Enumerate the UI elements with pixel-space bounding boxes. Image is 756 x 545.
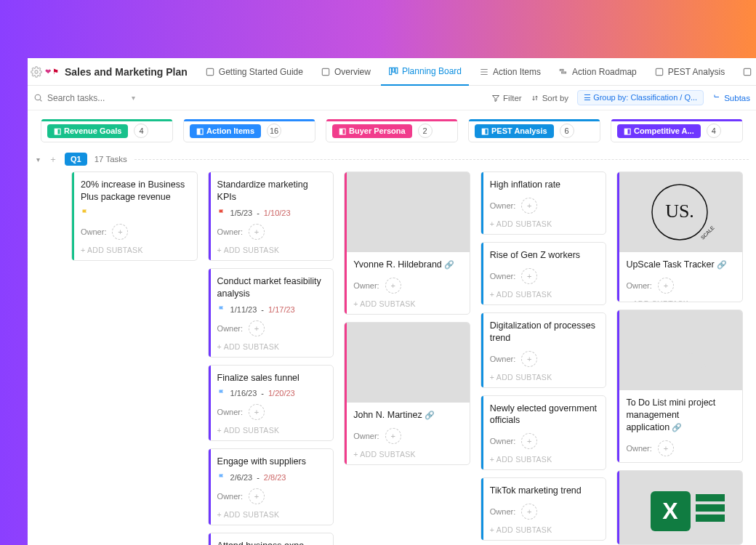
owner-avatar-slot[interactable]: + — [521, 504, 537, 520]
add-subtask-button[interactable]: + ADD SUBTASK — [490, 290, 599, 299]
task-card[interactable]: T OD O To Do List mini project managemen… — [616, 310, 743, 463]
chevron-down-icon[interactable]: ▾ — [132, 94, 135, 102]
owner-avatar-slot[interactable]: + — [521, 351, 537, 367]
add-subtask-button[interactable]: + ADD SUBTASK — [353, 450, 462, 459]
svg-text:SCALE: SCALE — [700, 225, 715, 240]
add-subtask-button[interactable]: + ADD SUBTASK — [626, 299, 735, 302]
owner-label: Owner: — [626, 281, 651, 290]
svg-rect-20 — [696, 504, 725, 512]
svg-rect-7 — [562, 72, 566, 73]
category-pest-analysis[interactable]: ◧PEST Analysis 6 — [468, 119, 600, 142]
tag-icon: ◧ — [339, 126, 346, 136]
task-cover-image — [345, 172, 470, 252]
add-subtask-button[interactable]: + ADD SUBTASK — [217, 510, 326, 519]
task-title: UpScale Task Tracker — [626, 259, 714, 270]
task-card[interactable]: TikTok marketing trend Owner:+ + ADD SUB… — [480, 477, 607, 541]
subtasks-button[interactable]: Subtas — [712, 94, 750, 102]
layers-icon: ☰ — [584, 93, 593, 102]
category-action-items[interactable]: ◧Action Items 16 — [183, 119, 315, 142]
task-date-end: 2/8/23 — [264, 473, 286, 482]
add-subtask-button[interactable]: + ADD SUBTASK — [490, 455, 599, 464]
tab-action-items[interactable]: Action Items — [472, 58, 548, 86]
category-label: Buyer Persona — [349, 126, 406, 135]
owner-avatar-slot[interactable]: + — [521, 268, 537, 284]
task-card[interactable]: X — [616, 470, 743, 545]
search-input[interactable] — [47, 93, 127, 103]
task-date-start: 1/16/23 — [230, 389, 257, 397]
group-chip[interactable]: Q1 — [65, 153, 87, 166]
owner-avatar-slot[interactable]: + — [249, 320, 265, 336]
link-icon: 🔗 — [672, 423, 682, 432]
search-control[interactable]: ▾ — [33, 93, 135, 103]
collapse-caret-icon[interactable]: ▾ — [35, 156, 41, 164]
svg-text:D O: D O — [688, 361, 709, 370]
add-subtask-button[interactable]: + ADD SUBTASK — [217, 342, 326, 351]
add-subtask-button[interactable]: + ADD SUBTASK — [490, 373, 599, 382]
task-card[interactable]: Rise of Gen Z workers Owner:+ + ADD SUBT… — [480, 242, 607, 305]
owner-avatar-slot[interactable]: + — [385, 278, 401, 294]
subtask-icon — [712, 94, 721, 102]
owner-avatar-slot[interactable]: + — [658, 440, 674, 456]
sort-button[interactable]: Sort by — [531, 94, 568, 102]
flag-icon: ⚑ — [52, 68, 59, 76]
heart-icon: ❤︎ — [45, 68, 51, 76]
priority-flag-icon — [217, 473, 226, 482]
owner-avatar-slot[interactable]: + — [521, 433, 537, 449]
add-subtask-button[interactable]: + ADD SUBTASK — [490, 525, 599, 534]
space-title: Sales and Marketing Plan — [65, 66, 188, 78]
tab-pest-analysis[interactable]: PEST Analysis — [647, 58, 732, 86]
category-buyer-persona[interactable]: ◧Buyer Persona 2 — [326, 119, 458, 142]
add-subtask-button[interactable]: + ADD SUBTASK — [490, 219, 599, 228]
svg-rect-8 — [656, 68, 662, 75]
filter-button[interactable]: Filter — [491, 94, 522, 102]
tab-getting-started[interactable]: Getting Started Guide — [198, 58, 310, 86]
column-revenue-goals: 20% increase in Business Plus package re… — [71, 171, 198, 545]
tab-overview[interactable]: Overview — [313, 58, 378, 86]
category-competitive-analysis[interactable]: ◧Competitive A... 4 — [611, 119, 743, 142]
category-revenue-goals[interactable]: ◧Revenue Goals 4 — [41, 119, 173, 142]
subtasks-label: Subtas — [724, 94, 750, 102]
svg-rect-19 — [696, 494, 725, 501]
owner-avatar-slot[interactable]: + — [521, 198, 537, 214]
task-card[interactable]: US.SCALE UpScale Task Tracker🔗 Owner:+ +… — [616, 171, 743, 302]
task-card[interactable]: Digitalization of processes trend Owner:… — [480, 312, 607, 388]
task-card[interactable]: Newly elected government officials Owner… — [480, 395, 607, 471]
tab-competitive-analysis[interactable]: Competitive Analysis — [735, 58, 756, 86]
task-card[interactable]: Engage with suppliers 2/6/23 - 2/8/23 Ow… — [208, 448, 334, 525]
task-cover-image: T OD O — [617, 310, 742, 390]
owner-avatar-slot[interactable]: + — [249, 404, 265, 420]
groupby-button[interactable]: ☰ Group by: Classification / Q... — [577, 90, 704, 105]
tab-planning-board[interactable]: Planning Board — [381, 58, 469, 86]
task-card[interactable]: John N. Martinez🔗 Owner:+ + ADD SUBTASK — [344, 322, 470, 465]
task-card[interactable]: Yvonne R. Hildebrand🔗 Owner:+ + ADD SUBT… — [344, 171, 470, 315]
owner-avatar-slot[interactable]: + — [249, 224, 265, 240]
add-subtask-button[interactable]: + ADD SUBTASK — [81, 246, 190, 254]
add-group-icon[interactable]: ＋ — [49, 154, 57, 165]
task-card[interactable]: Standardize marketing KPIs 1/5/23 - 1/10… — [208, 171, 334, 261]
owner-label: Owner: — [81, 227, 106, 236]
tab-action-roadmap[interactable]: Action Roadmap — [551, 58, 644, 86]
svg-point-10 — [35, 94, 41, 100]
tag-icon: ◧ — [481, 126, 488, 136]
settings-gear-icon[interactable] — [31, 64, 42, 80]
task-title: High inflation rate — [490, 179, 599, 191]
task-card[interactable]: Finalize sales funnel 1/16/23 - 1/20/23 … — [208, 365, 334, 442]
task-card[interactable]: Conduct market feasibility analysis 1/11… — [208, 268, 334, 358]
task-title: To Do List mini project management appli… — [626, 397, 715, 432]
task-title: Standardize marketing KPIs — [217, 179, 326, 203]
add-subtask-button[interactable]: + ADD SUBTASK — [353, 299, 462, 308]
category-count: 16 — [267, 124, 281, 138]
add-subtask-button[interactable]: + ADD SUBTASK — [217, 246, 326, 254]
category-label: Action Items — [206, 126, 254, 135]
task-card[interactable]: Attend business expo 2/15/23 - 2/17/23 — [208, 533, 334, 545]
task-card[interactable]: High inflation rate Owner:+ + ADD SUBTAS… — [480, 171, 607, 235]
owner-avatar-slot[interactable]: + — [658, 278, 674, 294]
owner-avatar-slot[interactable]: + — [249, 488, 265, 504]
owner-label: Owner: — [217, 324, 243, 333]
task-date-start: 1/5/23 — [230, 209, 253, 217]
owner-avatar-slot[interactable]: + — [112, 224, 128, 240]
add-subtask-button[interactable]: + ADD SUBTASK — [217, 426, 326, 435]
owner-avatar-slot[interactable]: + — [385, 428, 401, 444]
task-card[interactable]: 20% increase in Business Plus package re… — [71, 171, 198, 261]
add-subtask-button[interactable]: + ADD SUBTASK — [626, 462, 735, 464]
